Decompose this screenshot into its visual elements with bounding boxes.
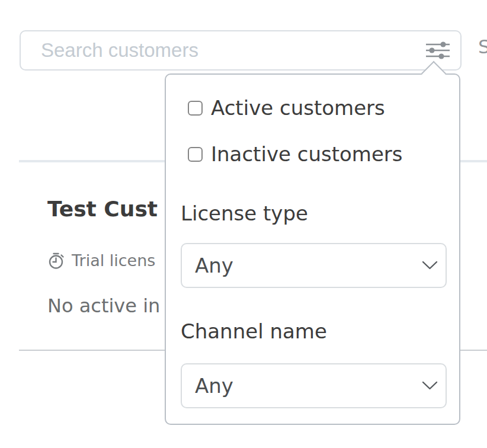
inactive-customers-checkbox[interactable]	[188, 147, 203, 162]
inactive-customers-label: Inactive customers	[211, 142, 403, 166]
license-type-selected-value: Any	[195, 254, 233, 277]
search-input[interactable]	[21, 31, 420, 69]
chevron-down-icon	[422, 381, 438, 391]
channel-name-label: Channel name	[181, 319, 327, 343]
channel-name-select[interactable]: Any	[181, 363, 447, 408]
sort-control-label-clipped[interactable]: S	[478, 36, 487, 58]
channel-name-selected-value: Any	[195, 374, 233, 398]
license-status-row: Trial licens	[48, 251, 155, 270]
stopwatch-icon	[48, 252, 65, 270]
chevron-down-icon	[422, 261, 438, 270]
license-type-label: License type	[181, 201, 308, 225]
license-status-text: Trial licens	[72, 251, 155, 270]
sliders-icon	[424, 41, 451, 59]
search-bar	[20, 30, 462, 71]
license-type-select[interactable]: Any	[181, 243, 447, 288]
customers-page: { "search": { "placeholder": "Search cus…	[0, 0, 487, 448]
no-active-installs-text: No active in	[47, 295, 160, 317]
customer-name-heading: Test Cust	[47, 197, 158, 221]
active-customers-checkbox-row[interactable]: Active customers	[188, 96, 385, 120]
filter-button[interactable]	[420, 35, 456, 66]
active-customers-label: Active customers	[211, 96, 385, 120]
filter-popover: Active customers Inactive customers Lice…	[165, 73, 460, 425]
inactive-customers-checkbox-row[interactable]: Inactive customers	[188, 142, 403, 166]
active-customers-checkbox[interactable]	[188, 101, 203, 116]
